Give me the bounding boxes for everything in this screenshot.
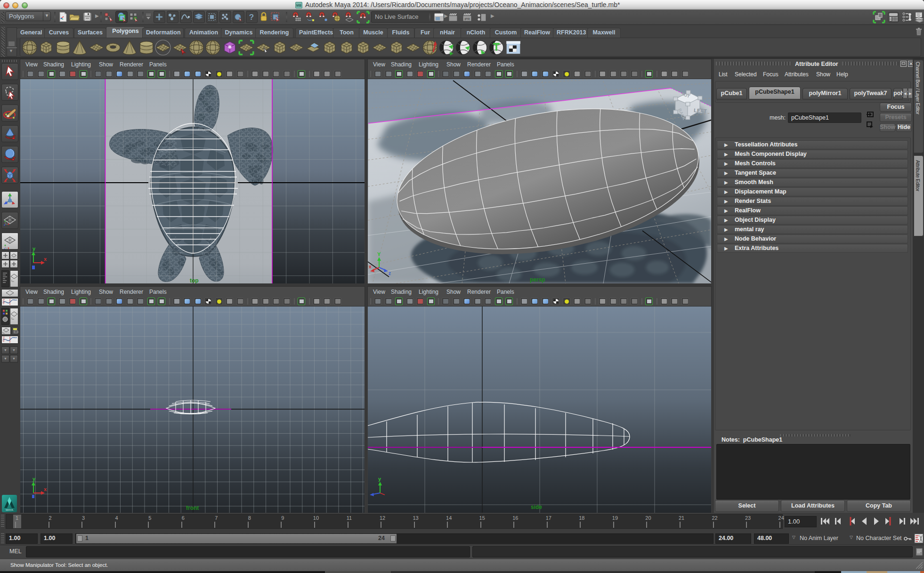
svg-text:IPR: IPR bbox=[464, 17, 470, 21]
svg-text:y: y bbox=[378, 476, 381, 482]
svg-text:front: front bbox=[186, 505, 199, 511]
svg-text:LEFT: LEFT bbox=[694, 107, 707, 114]
svg-text:y: y bbox=[32, 246, 36, 251]
svg-text:x: x bbox=[44, 256, 47, 262]
svg-text:?: ? bbox=[249, 13, 254, 22]
svg-text:persp: persp bbox=[530, 276, 545, 283]
svg-text:z: z bbox=[389, 271, 391, 276]
svg-text:x: x bbox=[44, 486, 47, 492]
svg-text:side: side bbox=[531, 504, 542, 510]
svg-text:Y: Y bbox=[377, 251, 381, 257]
svg-text:y: y bbox=[32, 476, 36, 482]
svg-text:x: x bbox=[369, 264, 372, 269]
svg-text:top: top bbox=[190, 277, 199, 283]
svg-text:MAYA: MAYA bbox=[6, 508, 13, 511]
